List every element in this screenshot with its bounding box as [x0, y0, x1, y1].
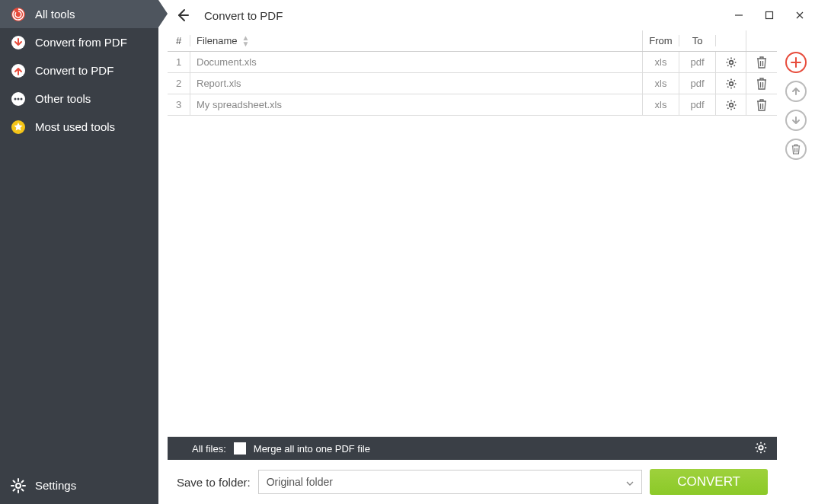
- gear-icon: [11, 478, 26, 493]
- ellipsis-circle-icon: [11, 91, 26, 107]
- sidebar-item-most-used-tools[interactable]: Most used tools: [0, 113, 158, 141]
- save-to-folder-label: Save to folder:: [177, 476, 251, 489]
- svg-point-11: [729, 81, 733, 85]
- move-down-button[interactable]: [785, 110, 807, 131]
- table-header: # Filename ▲▼ From To: [168, 30, 777, 52]
- sidebar-footer: Settings: [0, 471, 158, 504]
- titlebar: Convert to PDF: [158, 0, 815, 30]
- row-settings-button[interactable]: [716, 52, 746, 72]
- minimize-button[interactable]: [724, 0, 754, 30]
- cell-index: 2: [168, 73, 190, 94]
- table-row[interactable]: 2 Report.xls xls pdf: [168, 73, 777, 94]
- cell-index: 1: [168, 52, 190, 72]
- arrow-down-circle-icon: [11, 35, 26, 50]
- spiral-icon: [11, 7, 26, 22]
- convert-button[interactable]: CONVERT: [650, 469, 768, 495]
- row-delete-button[interactable]: [746, 52, 777, 72]
- sidebar-item-convert-to-pdf[interactable]: Convert to PDF: [0, 56, 158, 85]
- cell-to: pdf: [679, 52, 716, 72]
- sidebar-item-label: Settings: [35, 479, 76, 492]
- cell-filename: Report.xls: [190, 73, 643, 94]
- sort-icon: ▲▼: [241, 35, 249, 47]
- svg-point-4: [14, 97, 17, 100]
- all-files-label: All files:: [192, 443, 226, 455]
- col-header-from[interactable]: From: [643, 35, 679, 46]
- col-header-filename-label: Filename: [197, 35, 237, 46]
- cell-to: pdf: [679, 94, 716, 115]
- table-row[interactable]: 1 Document.xls xls pdf: [168, 52, 777, 73]
- cell-filename: My spreadsheet.xls: [190, 94, 643, 115]
- cell-from: xls: [643, 52, 679, 72]
- table-body: 1 Document.xls xls pdf 2 Report.xls xls …: [168, 52, 777, 437]
- svg-point-8: [16, 483, 21, 488]
- file-table: # Filename ▲▼ From To 1 Document.xls xls…: [158, 30, 777, 504]
- sidebar-item-label: Convert to PDF: [35, 64, 113, 77]
- col-header-to[interactable]: To: [679, 35, 716, 46]
- cell-from: xls: [643, 94, 679, 115]
- svg-point-6: [21, 97, 23, 100]
- row-delete-button[interactable]: [746, 94, 777, 115]
- star-circle-icon: [11, 120, 26, 135]
- svg-point-13: [759, 445, 762, 449]
- sidebar-item-label: All tools: [35, 8, 75, 21]
- arrow-up-circle-icon: [11, 63, 26, 78]
- content: # Filename ▲▼ From To 1 Document.xls xls…: [158, 30, 815, 504]
- merge-checkbox[interactable]: [234, 442, 246, 455]
- chevron-down-icon: [626, 476, 634, 488]
- col-header-index[interactable]: #: [168, 35, 190, 46]
- merge-label: Merge all into one PDF file: [254, 443, 370, 455]
- col-header-filename[interactable]: Filename ▲▼: [190, 30, 643, 51]
- svg-point-12: [729, 103, 733, 107]
- page-title: Convert to PDF: [204, 9, 283, 22]
- sidebar-item-all-tools[interactable]: All tools: [0, 0, 158, 28]
- svg-point-5: [18, 97, 20, 100]
- cell-index: 3: [168, 94, 190, 115]
- footer: Save to folder: Original folder CONVERT: [168, 460, 777, 504]
- col-header-config: [716, 30, 746, 51]
- window-controls: [724, 0, 815, 30]
- sidebar-item-label: Most used tools: [35, 120, 115, 133]
- side-actions: [777, 30, 815, 504]
- svg-point-10: [729, 60, 733, 64]
- row-settings-button[interactable]: [716, 94, 746, 115]
- add-file-button[interactable]: [785, 52, 807, 73]
- maximize-button[interactable]: [754, 0, 785, 30]
- row-delete-button[interactable]: [746, 73, 777, 94]
- row-settings-button[interactable]: [716, 73, 746, 94]
- sidebar-item-settings[interactable]: Settings: [0, 471, 158, 499]
- col-header-delete: [746, 30, 777, 51]
- main: Convert to PDF # Filename ▲▼ From To: [158, 0, 815, 504]
- sidebar: All tools Convert from PDF Convert to PD…: [0, 0, 158, 504]
- sidebar-item-other-tools[interactable]: Other tools: [0, 85, 158, 113]
- table-row[interactable]: 3 My spreadsheet.xls xls pdf: [168, 94, 777, 116]
- all-files-bar: All files: Merge all into one PDF file: [168, 437, 777, 460]
- move-up-button[interactable]: [785, 81, 807, 102]
- folder-select[interactable]: Original folder: [258, 470, 642, 494]
- folder-select-value: Original folder: [267, 476, 333, 488]
- sidebar-item-convert-from-pdf[interactable]: Convert from PDF: [0, 28, 158, 56]
- cell-from: xls: [643, 73, 679, 94]
- back-button[interactable]: [174, 7, 190, 24]
- close-button[interactable]: [785, 0, 815, 30]
- sidebar-item-label: Convert from PDF: [35, 36, 127, 49]
- cell-filename: Document.xls: [190, 52, 643, 72]
- cell-to: pdf: [679, 73, 716, 94]
- delete-all-button[interactable]: [785, 139, 807, 160]
- sidebar-item-label: Other tools: [35, 92, 91, 105]
- sidebar-nav: All tools Convert from PDF Convert to PD…: [0, 0, 158, 471]
- svg-rect-9: [766, 12, 773, 19]
- all-files-settings-button[interactable]: [754, 441, 768, 457]
